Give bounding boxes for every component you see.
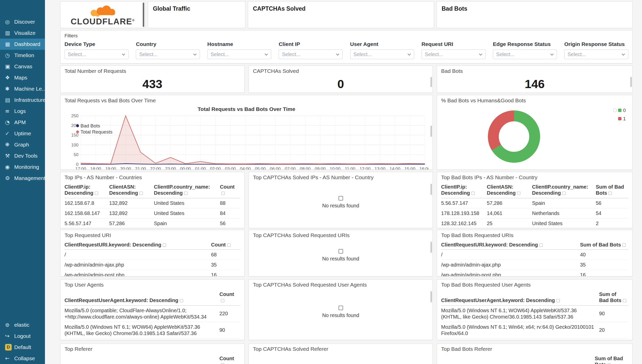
edge-response-status-select[interactable]: Select...	[493, 49, 557, 59]
filter-icon[interactable]	[539, 243, 543, 247]
table-row[interactable]: 162.158.67.8132,892United States88	[65, 198, 240, 208]
sidebar-item-machine-learning[interactable]: ✱Machine Le...	[0, 83, 45, 94]
filter-icon[interactable]	[562, 192, 566, 195]
svg-text:05:00: 05:00	[255, 167, 266, 170]
table-row[interactable]: /wp-admin/admin-ajax.php35	[441, 260, 628, 270]
filter-icon[interactable]	[556, 299, 560, 302]
filter-icon[interactable]	[221, 192, 225, 195]
country-select[interactable]: Select...	[136, 49, 200, 59]
sidebar-item-discover[interactable]: ◎Discover	[0, 16, 45, 27]
table-header-row: ClientIP.ip: Descending ClientASN: Desce…	[65, 183, 240, 198]
sidebar-item-space-default[interactable]: DDefault	[0, 342, 45, 353]
table-row[interactable]: Mozilla/5.0 (Windows NT 6.1; WOW64) Appl…	[65, 322, 240, 338]
filter-icon[interactable]	[608, 192, 612, 195]
column-header[interactable]: Count	[211, 240, 240, 250]
sidebar-item-canvas[interactable]: ▣Canvas	[0, 61, 45, 72]
table-row[interactable]: 5.56.57.14757,286Spain56	[65, 218, 240, 228]
table-row[interactable]: 5.56.57.14757,286Spain56	[441, 198, 628, 208]
table-row[interactable]: Mozilla/5.0 (Windows NT 6.1; Win64; x64;…	[441, 322, 628, 338]
sidebar-item-apm[interactable]: ◔APM	[0, 117, 45, 128]
svg-text:250: 250	[71, 113, 78, 118]
bad-bots-header-panel: Bad Bots	[437, 1, 633, 28]
filter-icon[interactable]	[623, 299, 626, 302]
sidebar-item-label: Default	[14, 344, 31, 350]
top-user-agents-panel: Top User Agents ClientRequestUserAgent.k…	[60, 279, 245, 340]
table-row[interactable]: /40	[441, 250, 628, 260]
sidebar-item-infrastructure[interactable]: ▤Infrastructure	[0, 94, 45, 106]
legend-item-0[interactable]: 0	[613, 107, 626, 113]
column-header[interactable]: ClientIP.ip: Descending	[441, 183, 487, 198]
filter-icon[interactable]	[622, 243, 626, 247]
user-agent-select[interactable]: Select...	[350, 49, 414, 59]
filter-icon[interactable]	[163, 243, 166, 247]
sidebar-item-logout[interactable]: ↪Logout	[0, 330, 45, 342]
column-header[interactable]: Count	[219, 354, 240, 364]
column-header[interactable]: ClientASN: Descending	[109, 183, 154, 198]
sidebar-item-collapse[interactable]: ←Collapse	[0, 353, 45, 364]
table-row[interactable]: 162.158.68.147132,892United States84	[65, 208, 240, 218]
table-row[interactable]: /68	[65, 250, 240, 260]
sidebar-item-graph[interactable]: ❋Graph	[0, 139, 45, 150]
column-header[interactable]: ClientASN: Descending	[487, 183, 532, 198]
filter-icon[interactable]	[471, 192, 475, 195]
client-ip-select[interactable]: Select...	[279, 49, 343, 59]
sidebar-item-visualize[interactable]: ▥Visualize	[0, 27, 45, 39]
column-header[interactable]: ClientRequestUserAgent.keyword: Descendi…	[65, 290, 219, 305]
sidebar-item-uptime[interactable]: ✓Uptime	[0, 128, 45, 139]
request-uri-select[interactable]: Select...	[422, 49, 486, 59]
scrollbar[interactable]	[430, 291, 432, 302]
sidebar-item-dev-tools[interactable]: ⚒Dev Tools	[0, 150, 45, 161]
column-header[interactable]	[65, 354, 219, 364]
table-row[interactable]: 128.32.162.14525United States2	[441, 218, 628, 228]
column-header[interactable]: ClientRequestURI.keyword: Descending	[65, 240, 211, 250]
filter-icon[interactable]	[184, 192, 187, 195]
hostname-select[interactable]: Select...	[207, 49, 271, 59]
filter-icon[interactable]	[180, 299, 183, 302]
sidebar-item-maps[interactable]: ❖Maps	[0, 72, 45, 83]
column-header[interactable]: Count	[220, 183, 240, 198]
scrollbar[interactable]	[430, 184, 432, 195]
table-row[interactable]: Mozilla/5.0 (compatible; CloudFlare-Alwa…	[65, 305, 240, 322]
legend-item-1[interactable]: 1	[618, 116, 626, 122]
filter-icon[interactable]	[221, 299, 224, 302]
column-header[interactable]: ClientIP.country_name: Descending	[154, 183, 220, 198]
scrollbar[interactable]	[430, 126, 432, 137]
column-header[interactable]: Sum of Bad Bots	[599, 290, 628, 305]
column-header[interactable]: ClientRequestUserAgent.keyword: Descendi…	[441, 290, 599, 305]
column-header[interactable]: Sum of Bad Bots	[595, 354, 628, 364]
scrollbar[interactable]	[430, 77, 432, 87]
legend-item-bad-bots[interactable]: Bad Bots	[76, 123, 113, 129]
table-row[interactable]: 178.128.193.15814,061Netherlands54	[441, 208, 628, 218]
column-header[interactable]: ClientIP.country_name: Descending	[532, 183, 596, 198]
table-row[interactable]: Mozilla/5.0 (Windows NT 6.1; WOW64) Appl…	[441, 305, 628, 322]
device-type-select[interactable]: Select...	[65, 49, 129, 59]
column-header[interactable]: ClientRequestURI.keyword: Descending	[441, 240, 580, 250]
column-header[interactable]: Sum of Bad Bots	[596, 183, 628, 198]
sidebar-item-timelion[interactable]: ◷Timelion	[0, 50, 45, 61]
sidebar-item-monitoring[interactable]: ◉Monitoring	[0, 161, 45, 173]
filter-icon[interactable]	[95, 192, 98, 195]
legend-swatch	[618, 117, 621, 120]
origin-response-status-select[interactable]: Select...	[564, 49, 628, 59]
filter-icon[interactable]	[227, 243, 231, 247]
filter-icon[interactable]	[139, 192, 143, 195]
filter-label: Origin Response Status	[564, 41, 628, 47]
column-header[interactable]: ClientIP.ip: Descending	[65, 183, 109, 198]
scrollbar[interactable]	[430, 242, 432, 253]
filter-icon[interactable]	[517, 192, 520, 195]
table-row[interactable]: /wp-admin/admin-ajax.php35	[65, 260, 240, 270]
sidebar-item-management[interactable]: ⚙Management	[0, 173, 45, 184]
legend-item-total-requests[interactable]: Total Requests	[76, 129, 113, 135]
table-row[interactable]: /wp-admin/admin-post.php16	[65, 270, 240, 276]
scrollbar[interactable]	[630, 77, 632, 87]
sidebar-item-dashboard[interactable]: ▦Dashboard	[0, 39, 45, 50]
column-header[interactable]: Count	[219, 290, 240, 305]
column-header[interactable]	[441, 354, 595, 364]
sidebar-item-logs[interactable]: ≡Logs	[0, 106, 45, 117]
column-header[interactable]: Sum of Bad Bots	[580, 240, 628, 250]
sidebar-item-user-elastic[interactable]: ⊚elastic	[0, 319, 45, 330]
scrollbar[interactable]	[143, 3, 144, 27]
sidebar-item-label: Logs	[14, 108, 26, 114]
donut-chart[interactable]	[488, 110, 540, 163]
table-row[interactable]: /wp-admin/admin-post.php16	[441, 270, 628, 276]
